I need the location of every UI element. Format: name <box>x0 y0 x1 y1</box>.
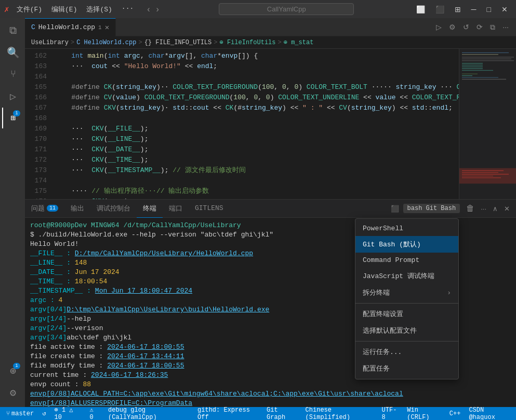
file-icon: C <box>31 23 35 31</box>
menu-edit[interactable]: 编辑(E) <box>47 4 81 15</box>
lineending-label: Win (CRLF) <box>407 406 441 421</box>
menu-file[interactable]: 文件(F) <box>12 4 46 15</box>
panel-tab-terminal[interactable]: 终端 <box>137 200 163 218</box>
code-line-172: ··· CKV(__TIME__); <box>51 155 459 165</box>
breadcrumb-sep-1: > <box>71 39 74 46</box>
minimap-content <box>459 49 516 199</box>
sidebar-item-search[interactable]: 🔍 <box>2 42 23 63</box>
code-line-169: ··· CKV(__FILE__); <box>51 124 459 134</box>
panel-tab-output[interactable]: 输出 <box>64 200 90 218</box>
split-label: 拆分终端 <box>363 288 390 297</box>
refresh-button[interactable]: ⟳ <box>473 22 486 33</box>
panel-tab-debug[interactable]: 调试控制台 <box>90 200 137 218</box>
maximize-button[interactable]: □ <box>483 3 495 16</box>
menu-select[interactable]: 选择(S) <box>82 4 116 15</box>
menu-more[interactable]: ··· <box>117 4 138 15</box>
status-lang[interactable]: Chinese (Simplified) <box>303 406 376 421</box>
jsdebug-label: JavaScript 调试终端 <box>363 271 434 281</box>
status-warnings[interactable]: ⚠ 0 <box>88 406 102 420</box>
gear-button[interactable]: ⚙ <box>446 22 459 33</box>
menu-item-powershell[interactable]: PowerShell <box>355 221 458 236</box>
status-encoding[interactable]: UTF-8 <box>380 406 401 421</box>
grid-button[interactable]: ⊞ <box>451 3 465 16</box>
ports-label: 端口 <box>169 204 182 213</box>
status-debug[interactable]: debug glog (CallYamlCpp) <box>106 406 191 421</box>
status-lineending[interactable]: Win (CRLF) <box>405 406 443 421</box>
svg-rect-16 <box>462 170 504 171</box>
run-button[interactable]: ▷ <box>433 22 445 33</box>
code-line-162: int main(int argc, char*argv[], char*env… <box>51 51 459 61</box>
breadcrumb-member[interactable]: ⊕ m_stat <box>284 38 314 46</box>
layout-button[interactable]: ⬜ <box>412 3 429 16</box>
history-button[interactable]: ↺ <box>460 22 472 33</box>
debug-label: 调试控制台 <box>97 204 130 213</box>
close-button[interactable]: ✕ <box>497 3 512 16</box>
status-branch[interactable]: ⑂ master <box>4 410 36 417</box>
back-button[interactable]: ‹ <box>145 4 152 15</box>
code-line-168 <box>51 113 459 124</box>
breadcrumb-uselibrary[interactable]: UseLibrary <box>31 39 69 46</box>
sidebar-item-extensions[interactable]: ⊞ 1 <box>2 108 23 128</box>
sidebar-item-source-control[interactable]: ⑂ <box>2 64 23 85</box>
code-line-175: ···· // 输出程序路径···// 输出启动参数 <box>51 186 459 196</box>
problems-badge: 11 <box>47 205 58 212</box>
status-gitgraph[interactable]: Git Graph <box>264 406 299 421</box>
split-button[interactable]: ⬛ <box>431 3 448 16</box>
menu-item-cmdprompt[interactable]: Command Prompt <box>355 253 458 268</box>
sync-icon: ↺ <box>42 410 46 417</box>
code-line-167: #define CKV(string_key)· std::cout << CK… <box>51 103 459 113</box>
breadcrumb-class[interactable]: ⊕ FileInfoUtils <box>219 38 275 46</box>
forward-button[interactable]: › <box>154 4 161 15</box>
sidebar-item-run[interactable]: ▷ <box>2 86 23 107</box>
tab-label: HelloWorld.cpp <box>38 23 95 31</box>
panel-close-button[interactable]: ✕ <box>502 204 512 214</box>
menu-divider-2 <box>355 341 458 342</box>
menu-bar: 文件(F) 编辑(E) 选择(S) ··· <box>12 4 138 15</box>
sidebar-item-settings[interactable]: ⚙ <box>2 382 23 403</box>
more-panel-button[interactable]: ··· <box>479 204 488 214</box>
code-content[interactable]: int main(int argc, char*argv[], char*env… <box>51 49 459 199</box>
terminal-label: 终端 <box>143 204 156 213</box>
breadcrumb: UseLibrary > C HelloWorld.cpp > {} FILE_… <box>25 36 516 49</box>
encoding-label: UTF-8 <box>382 406 399 421</box>
status-csdn[interactable]: CSDN @haguox <box>467 406 512 421</box>
cmdprompt-label: Command Prompt <box>363 256 419 264</box>
menu-item-gitbash[interactable]: Git Bash (默认) <box>355 236 458 253</box>
tab-close-button[interactable]: ✕ <box>105 23 109 32</box>
search-input[interactable] <box>219 3 354 15</box>
menu-item-default-profile[interactable]: 选择默认配置文件 <box>355 322 458 339</box>
panel-tab-gitlens[interactable]: GITLENS <box>189 200 230 218</box>
breadcrumb-sep-4: > <box>278 39 282 46</box>
csdn-label: CSDN @haguox <box>469 406 510 421</box>
status-language[interactable]: C++ <box>447 410 463 417</box>
sidebar-item-explorer[interactable]: ⧉ <box>2 20 23 41</box>
status-errors[interactable]: ⊗ 1 △ 10 <box>52 406 83 420</box>
minimize-button[interactable]: ─ <box>467 3 481 16</box>
status-sync[interactable]: ↺ <box>40 410 48 417</box>
menu-item-run-task[interactable]: 运行任务... <box>355 344 458 360</box>
split-editor-button[interactable]: ⧉ <box>487 22 498 33</box>
more-button[interactable]: ··· <box>499 22 512 33</box>
sidebar-item-remote[interactable]: ⊕ 1 <box>2 360 23 381</box>
panel-tab-ports[interactable]: 端口 <box>163 200 189 218</box>
menu-item-config-terminal[interactable]: 配置终端设置 <box>355 306 458 322</box>
status-left: ⑂ master ↺ ⊗ 1 △ 10 ⚠ 0 debug glog (Call… <box>4 406 299 420</box>
code-line-171: ··· CKV(__DATE__); <box>51 145 459 155</box>
breadcrumb-util[interactable]: {} FILE_INFO_UTILS <box>144 39 212 46</box>
menu-item-jsdebug[interactable]: JavaScript 调试终端 <box>355 268 458 284</box>
app-icon: ✗ <box>4 4 9 15</box>
tab-helloworld[interactable]: C HelloWorld.cpp 1 ✕ <box>25 18 116 36</box>
search-bar[interactable] <box>164 3 409 15</box>
trash-button[interactable]: 🗑 <box>464 203 477 214</box>
panel-tab-problems[interactable]: 问题 11 <box>25 200 64 218</box>
breadcrumb-file[interactable]: C HelloWorld.cpp <box>76 39 136 46</box>
panel-collapse-button[interactable]: ∧ <box>491 204 500 214</box>
status-githd[interactable]: githd: Express Off <box>195 406 260 421</box>
menu-item-split[interactable]: 拆分终端 › <box>355 284 458 301</box>
menu-item-config-task[interactable]: 配置任务 <box>355 360 458 377</box>
remote-badge: 1 <box>13 363 20 369</box>
tab-modified: 1 <box>98 24 102 31</box>
code-line-174 <box>51 176 459 186</box>
split-terminal-button[interactable]: ⬛ <box>389 204 401 214</box>
code-line-166: #define CV(value) COLOR_TEXT_FOREGROUND(… <box>51 93 459 103</box>
